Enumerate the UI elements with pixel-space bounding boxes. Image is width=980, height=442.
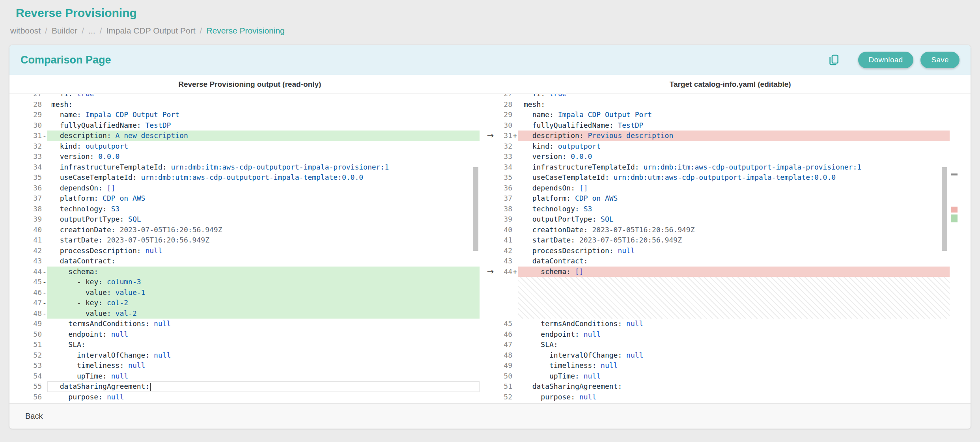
back-button[interactable]: Back <box>25 412 43 421</box>
diff-marker <box>42 183 47 194</box>
code-line-right-51[interactable]: 51 dataSharingAgreement: <box>501 381 950 392</box>
diff-marker <box>42 99 47 110</box>
code-line-left-39[interactable]: 39 outputPortType: SQL <box>9 214 480 225</box>
code-line-left-29[interactable]: 29 name: Impala CDP Output Port <box>9 110 480 120</box>
line-number: 36 <box>9 183 42 194</box>
code-line-right-30[interactable]: 30 fullyQualifiedName: TestDP <box>501 120 950 131</box>
code-line-right-34[interactable]: 34 infrastructureTemplateId: urn:dmb:itm… <box>501 162 950 173</box>
code-line-right-39[interactable]: 39 outputPortType: SQL <box>501 214 950 225</box>
diff-marker: - <box>42 277 47 287</box>
code-line-left-41[interactable]: 41 startDate: 2023-07-05T16:20:56.949Z <box>9 235 480 246</box>
line-number: 46 <box>9 287 42 298</box>
code-line-left-55[interactable]: 55 dataSharingAgreement: <box>9 381 480 392</box>
code-line-right-29[interactable]: 29 name: Impala CDP Output Port <box>501 110 950 120</box>
code-line-left-33[interactable]: 33 version: 0.0.0 <box>9 151 480 162</box>
code-line-right-45[interactable]: 45 termsAndConditions: null <box>501 319 950 329</box>
line-number-gutter: 52 <box>9 350 47 361</box>
code-line-left-38[interactable]: 38 technology: S3 <box>9 204 480 214</box>
line-number-gutter: 32 <box>9 141 47 152</box>
code-line-right-42[interactable]: 42 processDescription: null <box>501 246 950 256</box>
code-line-left-47[interactable]: 47- - key: col-2 <box>9 298 480 308</box>
code-line-left-28[interactable]: 28mesh: <box>9 99 480 110</box>
breadcrumb-item[interactable]: Builder <box>52 26 77 35</box>
code-line-right-47[interactable]: 47 SLA: <box>501 339 950 350</box>
code-line-right-35[interactable]: 35 useCaseTemplateId: urn:dmb:utm:aws-cd… <box>501 172 950 183</box>
code-line-right-33[interactable]: 33 version: 0.0.0 <box>501 151 950 162</box>
code-line-left-52[interactable]: 52 intervalOfChange: null <box>9 350 480 361</box>
code-line-right-40[interactable]: 40 creationDate: 2023-07-05T16:20:56.949… <box>501 225 950 235</box>
code-line-left-46[interactable]: 46- value: value-1 <box>9 287 480 298</box>
code-line-left-30[interactable]: 30 fullyQualifiedName: TestDP <box>9 120 480 131</box>
code-line-left-51[interactable]: 51 SLA: <box>9 339 480 350</box>
code-line-right-41[interactable]: 41 startDate: 2023-07-05T16:20:56.949Z <box>501 235 950 246</box>
line-number-gutter: 28 <box>9 99 47 110</box>
revert-change-arrow[interactable]: → <box>480 267 501 277</box>
code-line-left-36[interactable]: 36 dependsOn: [] <box>9 183 480 194</box>
left-editor-pane[interactable]: 27 fi: true28mesh:29 name: Impala CDP Ou… <box>9 94 480 403</box>
code-text: SLA: <box>47 339 480 350</box>
copy-icon[interactable] <box>825 51 842 69</box>
diff-marker <box>42 371 47 382</box>
diff-marker <box>512 193 518 204</box>
breadcrumb-item[interactable]: witboost <box>10 26 41 35</box>
code-text: upTime: null <box>47 371 480 382</box>
code-line-left-32[interactable]: 32 kind: outputport <box>9 141 480 152</box>
code-line-right-36[interactable]: 36 dependsOn: [] <box>501 183 950 194</box>
code-line-right-27[interactable]: 27 fi: true <box>501 94 950 99</box>
code-line-right-52[interactable]: 52 purpose: null <box>501 392 950 403</box>
code-line-left-43[interactable]: 43 dataContract: <box>9 256 480 267</box>
line-number-gutter: 39 <box>501 214 518 225</box>
code-text: fi: true <box>47 94 480 99</box>
revert-change-arrow[interactable]: → <box>480 131 501 141</box>
code-line-left-49[interactable]: 49 termsAndConditions: null <box>9 319 480 329</box>
code-line-left-45[interactable]: 45- - key: column-3 <box>9 277 480 287</box>
left-editor-scrollbar[interactable] <box>473 167 478 251</box>
line-number-gutter: 45- <box>9 277 47 287</box>
code-line-right-37[interactable]: 37 platform: CDP on AWS <box>501 193 950 204</box>
save-button[interactable]: Save <box>920 52 959 68</box>
code-line-left-50[interactable]: 50 endpoint: null <box>9 329 480 340</box>
code-line-left-34[interactable]: 34 infrastructureTemplateId: urn:dmb:itm… <box>9 162 480 173</box>
code-line-left-40[interactable]: 40 creationDate: 2023-07-05T16:20:56.949… <box>9 225 480 235</box>
code-line-right-28[interactable]: 28mesh: <box>501 99 950 110</box>
code-line-right-31[interactable]: 31+ description: Previous description <box>501 131 950 141</box>
code-line-right-50[interactable]: 50 upTime: null <box>501 371 950 382</box>
code-line-left-35[interactable]: 35 useCaseTemplateId: urn:dmb:utm:aws-cd… <box>9 172 480 183</box>
code-line-right-38[interactable]: 38 technology: S3 <box>501 204 950 214</box>
right-editor-pane[interactable]: 27 fi: true28mesh:29 name: Impala CDP Ou… <box>501 94 971 403</box>
download-button[interactable]: Download <box>858 52 914 68</box>
header-actions: Download Save <box>825 51 959 69</box>
code-line-right-49[interactable]: 49 timeliness: null <box>501 360 950 371</box>
code-line-left-44[interactable]: 44- schema: <box>9 267 480 277</box>
code-line-right-43[interactable]: 43 dataContract: <box>501 256 950 267</box>
code-text: outputPortType: SQL <box>47 214 480 225</box>
diff-marker <box>512 319 518 329</box>
code-line-left-56[interactable]: 56 purpose: null <box>9 392 480 403</box>
right-editor-scrollbar[interactable] <box>942 167 947 251</box>
code-line-left-27[interactable]: 27 fi: true <box>9 94 480 99</box>
code-text: platform: CDP on AWS <box>518 193 950 204</box>
code-line-left-42[interactable]: 42 processDescription: null <box>9 246 480 256</box>
line-number: 48 <box>9 308 42 319</box>
line-number-gutter: 30 <box>501 120 518 131</box>
line-number-gutter: 32 <box>501 141 518 152</box>
breadcrumb-item[interactable]: ... <box>88 26 95 35</box>
code-line-right-32[interactable]: 32 kind: outputport <box>501 141 950 152</box>
diff-marker: + <box>512 267 518 277</box>
code-line-right-44[interactable]: 44+ schema: [] <box>501 267 950 277</box>
left-editor-code[interactable]: 27 fi: true28mesh:29 name: Impala CDP Ou… <box>9 94 480 402</box>
code-line-left-31[interactable]: 31- description: A new description <box>9 131 480 141</box>
code-line-left-48[interactable]: 48- value: val-2 <box>9 308 480 319</box>
breadcrumb-item[interactable]: Impala CDP Output Port <box>106 26 195 35</box>
code-text: platform: CDP on AWS <box>47 193 480 204</box>
code-line-left-54[interactable]: 54 upTime: null <box>9 371 480 382</box>
line-number-gutter: 48- <box>9 308 47 319</box>
diff-marker <box>512 350 518 361</box>
diff-marker <box>512 172 518 183</box>
code-line-left-37[interactable]: 37 platform: CDP on AWS <box>9 193 480 204</box>
line-number: 42 <box>501 246 512 256</box>
code-line-right-48[interactable]: 48 intervalOfChange: null <box>501 350 950 361</box>
right-editor-code[interactable]: 27 fi: true28mesh:29 name: Impala CDP Ou… <box>501 94 971 402</box>
code-line-left-53[interactable]: 53 timeliness: null <box>9 360 480 371</box>
code-line-right-46[interactable]: 46 endpoint: null <box>501 329 950 340</box>
